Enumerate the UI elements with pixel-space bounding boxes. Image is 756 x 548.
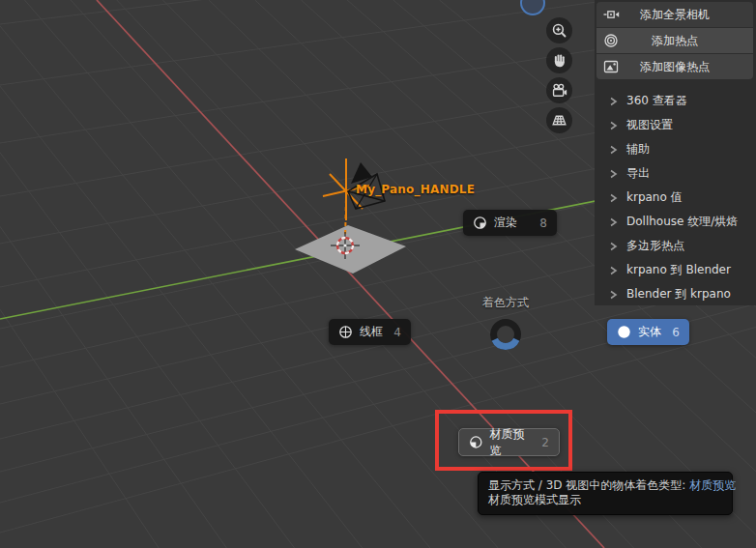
orthographic-toggle-button[interactable]	[546, 107, 572, 133]
pie-item-shortcut: 4	[393, 326, 401, 339]
orthographic-grid-icon	[551, 112, 567, 129]
wireframe-sphere-icon	[338, 325, 353, 339]
section-dollhouse-texture-bake[interactable]: Dollhouse 纹理/烘焙	[595, 210, 756, 234]
add-image-hotspot-button[interactable]: 添加图像热点	[596, 54, 753, 79]
pie-item-rendered[interactable]: 渲染 8	[463, 210, 557, 236]
section-360-viewer[interactable]: 360 查看器	[595, 89, 756, 113]
section-label: Dollhouse 纹理/烘焙	[626, 214, 738, 230]
tooltip: 显示方式 / 3D 视图中的物体着色类型: 材质预览 材质预览模式显示	[478, 472, 733, 515]
section-label: Blender 到 krpano	[626, 286, 731, 303]
pie-item-solid[interactable]: 实体 6	[607, 319, 689, 345]
sidebar-button-label: 添加图像热点	[596, 59, 753, 75]
section-assist[interactable]: 辅助	[595, 137, 756, 161]
section-label: 视图设置	[626, 117, 673, 133]
add-hotspot-button[interactable]: 添加热点	[596, 28, 753, 53]
annotation-highlight-box	[435, 410, 572, 471]
sidebar-panel: 添加全景相机 添加热点 添加图像热点	[595, 0, 756, 305]
chevron-right-icon	[609, 121, 618, 130]
sidebar-button-label: 添加热点	[596, 33, 753, 49]
chevron-right-icon	[609, 217, 618, 227]
tooltip-description: 显示方式 / 3D 视图中的物体着色类型:	[488, 478, 689, 492]
chevron-right-icon	[609, 97, 618, 106]
panorama-camera-icon	[603, 7, 620, 22]
section-label: 导出	[626, 165, 650, 182]
pie-item-label: 实体	[638, 324, 661, 340]
tooltip-line2: 材质预览模式显示	[488, 493, 722, 507]
chevron-right-icon	[609, 169, 618, 179]
camera-view-icon	[551, 82, 567, 99]
tooltip-line1: 显示方式 / 3D 视图中的物体着色类型: 材质预览	[488, 478, 722, 493]
section-krpano-values[interactable]: krpano 值	[595, 186, 756, 210]
section-label: 多边形热点	[626, 238, 684, 254]
section-krpano-to-blender[interactable]: krpano 到 Blender	[595, 258, 756, 282]
sidebar-buttons: 添加全景相机 添加热点 添加图像热点	[596, 2, 753, 80]
pie-direction-indicator	[486, 315, 525, 354]
sidebar-button-label: 添加全景相机	[596, 7, 753, 23]
chevron-right-icon	[609, 266, 618, 275]
section-label: krpano 到 Blender	[626, 262, 731, 278]
section-view-settings[interactable]: 视图设置	[595, 113, 756, 137]
sidebar-sections: 360 查看器 视图设置 辅助 导出 krpano 值 Dollhouse 纹理…	[595, 89, 756, 306]
section-polygon-hotspot[interactable]: 多边形热点	[595, 234, 756, 258]
blender-3d-viewport[interactable]: My_Pano_HANDLE	[0, 0, 756, 548]
pan-view-button[interactable]	[546, 47, 572, 73]
zoom-in-button[interactable]	[546, 17, 572, 43]
pie-item-wireframe[interactable]: 线框 4	[329, 319, 411, 345]
section-label: 辅助	[626, 141, 650, 158]
zoom-in-icon	[551, 22, 567, 39]
image-hotspot-icon	[603, 59, 620, 74]
pie-item-shortcut: 8	[539, 216, 547, 230]
pie-item-shortcut: 6	[672, 326, 680, 339]
chevron-right-icon	[609, 242, 618, 251]
section-label: 360 查看器	[626, 93, 687, 109]
tooltip-value: 材质预览	[689, 478, 736, 492]
chevron-right-icon	[609, 290, 618, 300]
camera-view-button[interactable]	[546, 77, 572, 103]
pie-menu-title: 着色方式	[467, 295, 544, 311]
pie-item-label: 线框	[360, 324, 383, 340]
section-export[interactable]: 导出	[595, 161, 756, 186]
chevron-right-icon	[609, 193, 618, 203]
chevron-right-icon	[609, 145, 618, 155]
hotspot-icon	[603, 33, 620, 48]
add-panorama-camera-button[interactable]: 添加全景相机	[596, 2, 753, 27]
pie-item-label: 渲染	[494, 215, 517, 231]
viewport-nav-buttons	[546, 17, 572, 137]
pan-hand-icon	[551, 52, 567, 69]
rendered-sphere-icon	[473, 216, 487, 230]
object-name-label: My_Pano_HANDLE	[356, 183, 475, 196]
solid-sphere-icon	[617, 325, 631, 339]
section-label: krpano 值	[626, 189, 683, 206]
section-blender-to-krpano[interactable]: Blender 到 krpano	[595, 282, 756, 306]
